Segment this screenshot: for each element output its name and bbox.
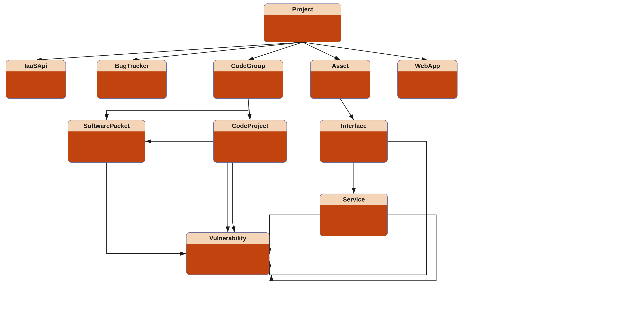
node-iaasapi-label: IaaSApi [6, 60, 66, 71]
node-vulnerability: Vulnerability [186, 232, 270, 275]
node-asset: Asset [310, 60, 370, 99]
node-webapp-label: WebApp [398, 60, 457, 71]
node-interface-body [320, 132, 387, 162]
node-interface: Interface [320, 120, 388, 163]
node-project: Project [264, 3, 342, 42]
svg-line-1 [36, 42, 302, 60]
node-softwarepacket: SoftwarePacket [68, 120, 146, 163]
svg-line-5 [302, 42, 428, 60]
node-codegroup-label: CodeGroup [214, 60, 283, 71]
svg-line-7 [340, 99, 354, 120]
node-softwarepacket-label: SoftwarePacket [68, 120, 145, 132]
node-project-body [264, 15, 341, 42]
arrows-layer [0, 0, 644, 326]
node-interface-label: Interface [320, 120, 387, 132]
diagram-container: Project IaaSApi BugTracker CodeGroup Ass… [0, 0, 644, 326]
node-bugtracker: BugTracker [97, 60, 167, 99]
node-vulnerability-label: Vulnerability [186, 233, 269, 244]
node-project-label: Project [264, 4, 341, 15]
node-codegroup: CodeGroup [213, 60, 283, 99]
svg-line-3 [248, 42, 302, 60]
node-codeproject-body [214, 132, 286, 162]
svg-line-2 [132, 42, 302, 60]
node-softwarepacket-body [68, 132, 145, 162]
node-service-body [320, 205, 387, 236]
node-service-label: Service [320, 194, 387, 205]
node-asset-body [310, 71, 370, 98]
node-codeproject-label: CodeProject [214, 120, 286, 132]
node-webapp: WebApp [398, 60, 458, 99]
node-asset-label: Asset [310, 60, 370, 71]
node-webapp-body [398, 71, 457, 98]
svg-line-4 [302, 42, 340, 60]
svg-line-6 [248, 99, 250, 120]
node-iaasapi: IaaSApi [6, 60, 66, 99]
node-codeproject: CodeProject [213, 120, 287, 163]
node-iaasapi-body [6, 71, 66, 98]
node-bugtracker-body [97, 71, 166, 98]
node-bugtracker-label: BugTracker [97, 60, 166, 71]
node-service: Service [320, 194, 388, 236]
node-codegroup-body [214, 71, 283, 98]
node-vulnerability-body [186, 244, 269, 275]
